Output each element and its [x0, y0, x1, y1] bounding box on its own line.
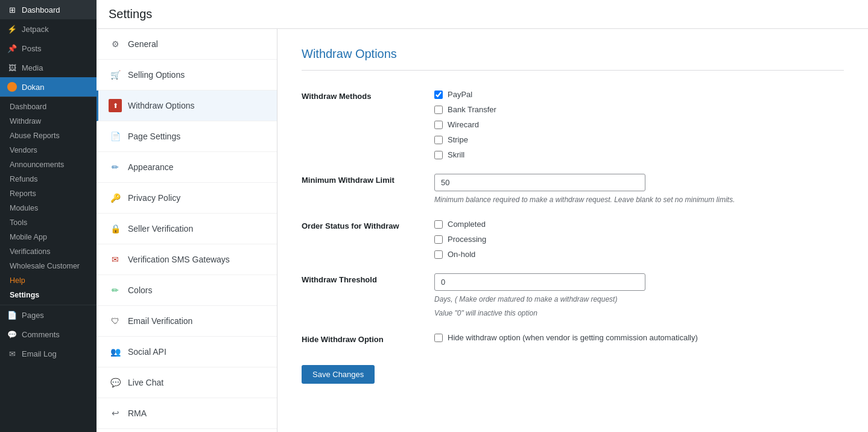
settings-nav: General 🛒 Selling Options ⬆ Withdraw Opt…	[97, 29, 277, 432]
page-header: Settings	[97, 0, 868, 29]
label-withdraw-threshold: Withdraw Threshold	[302, 266, 434, 326]
withdraw-threshold-desc1: Days, ( Make order matured to make a wit…	[434, 294, 844, 305]
comments-icon: 💬	[7, 329, 17, 339]
checkbox-processing-input[interactable]	[434, 235, 443, 244]
sidebar-item-dashboard[interactable]: ⊞ Dashboard	[0, 0, 97, 19]
dokan-icon	[7, 82, 17, 92]
sidebar-item-dokan[interactable]: Dokan	[0, 77, 97, 97]
pages-icon: 📄	[7, 310, 17, 320]
settings-nav-appearance[interactable]: ✏ Appearance	[97, 152, 277, 183]
withdraw-threshold-input[interactable]	[434, 273, 645, 291]
main-area: Settings General 🛒 Selling Options ⬆ Wit…	[97, 0, 868, 432]
content-area: General 🛒 Selling Options ⬆ Withdraw Opt…	[97, 29, 868, 432]
checkbox-wirecard-input[interactable]	[434, 121, 443, 129]
settings-nav-page-settings[interactable]: 📄 Page Settings	[97, 121, 277, 152]
sidebar-item-email-log[interactable]: ✉ Email Log	[0, 344, 97, 363]
cell-withdraw-methods: PayPal Bank Transfer Wirecard	[434, 83, 844, 167]
dashboard-icon: ⊞	[7, 5, 17, 14]
checkbox-paypal-input[interactable]	[434, 91, 443, 99]
checkbox-processing[interactable]: Processing	[434, 235, 844, 244]
checkbox-hide-withdraw[interactable]: Hide withdraw option (when vendor is get…	[434, 333, 844, 342]
settings-nav-selling-options[interactable]: 🛒 Selling Options	[97, 60, 277, 91]
sidebar-sub-announcements[interactable]: Announcements	[0, 157, 97, 172]
posts-icon: 📌	[7, 43, 17, 53]
sidebar-item-comments[interactable]: 💬 Comments	[0, 325, 97, 344]
cart-icon: 🛒	[109, 68, 122, 81]
chat-icon: 💬	[109, 376, 122, 389]
checkbox-bank-transfer-input[interactable]	[434, 106, 443, 114]
row-hide-withdraw: Hide Withdraw Option Hide withdraw optio…	[302, 326, 844, 353]
minimum-withdraw-input[interactable]	[434, 174, 645, 191]
sidebar-sub-dashboard[interactable]: Dashboard	[0, 100, 97, 114]
label-hide-withdraw: Hide Withdraw Option	[302, 326, 434, 353]
settings-nav-withdraw-options[interactable]: ⬆ Withdraw Options	[97, 91, 277, 121]
label-withdraw-methods: Withdraw Methods	[302, 83, 434, 167]
sidebar-item-posts[interactable]: 📌 Posts	[0, 39, 97, 58]
sidebar-sub-help[interactable]: Help	[0, 273, 97, 288]
withdraw-threshold-desc2: Value "0" will inactive this option	[434, 308, 844, 319]
sidebar-sub-modules[interactable]: Modules	[0, 201, 97, 215]
rma-icon: ↩	[109, 407, 122, 420]
page-title: Settings	[109, 7, 856, 21]
checkbox-hide-withdraw-input[interactable]	[434, 334, 443, 342]
sidebar-sub-abuse-reports[interactable]: Abuse Reports	[0, 129, 97, 143]
sidebar-sub-withdraw[interactable]: Withdraw	[0, 114, 97, 129]
sidebar-sub-settings[interactable]: Settings	[0, 288, 97, 302]
checkbox-wirecard[interactable]: Wirecard	[434, 120, 844, 129]
checkbox-skrill[interactable]: Skrill	[434, 150, 844, 159]
sidebar-sub-refunds[interactable]: Refunds	[0, 172, 97, 186]
settings-content: Withdraw Options Withdraw Methods PayPal	[277, 29, 868, 432]
social-icon: 👥	[109, 345, 122, 358]
cell-withdraw-threshold: Days, ( Make order matured to make a wit…	[434, 266, 844, 326]
settings-nav-general[interactable]: General	[97, 29, 277, 60]
gear-icon	[109, 37, 122, 51]
checkbox-stripe[interactable]: Stripe	[434, 135, 844, 144]
media-icon: 🖼	[7, 63, 17, 72]
settings-nav-privacy-policy[interactable]: 🔑 Privacy Policy	[97, 183, 277, 214]
withdraw-methods-group: PayPal Bank Transfer Wirecard	[434, 90, 844, 159]
settings-nav-seller-verification[interactable]: 🔒 Seller Verification	[97, 214, 277, 244]
cell-order-status: Completed Processing On-hold	[434, 212, 844, 266]
settings-nav-verification-sms[interactable]: ✉ Verification SMS Gateways	[97, 244, 277, 275]
checkbox-bank-transfer[interactable]: Bank Transfer	[434, 105, 844, 114]
sidebar-sub-verifications[interactable]: Verifications	[0, 244, 97, 259]
sidebar-item-pages[interactable]: 📄 Pages	[0, 305, 97, 325]
appearance-icon: ✏	[109, 160, 122, 174]
checkbox-on-hold-input[interactable]	[434, 250, 443, 259]
cell-min-withdraw: Minimum balance required to make a withd…	[434, 167, 844, 212]
sidebar-sub-reports[interactable]: Reports	[0, 186, 97, 201]
email-verify-icon: 🛡	[109, 314, 122, 328]
dokan-sub-menu: Dashboard Withdraw Abuse Reports Vendors…	[0, 97, 97, 305]
checkbox-completed-input[interactable]	[434, 220, 443, 229]
sidebar-sub-wholesale-customer[interactable]: Wholesale Customer	[0, 259, 97, 273]
sidebar-item-media[interactable]: 🖼 Media	[0, 58, 97, 77]
checkbox-paypal[interactable]: PayPal	[434, 90, 844, 99]
order-status-group: Completed Processing On-hold	[434, 220, 844, 259]
sidebar-sub-tools[interactable]: Tools	[0, 215, 97, 230]
settings-nav-live-chat[interactable]: 💬 Live Chat	[97, 367, 277, 398]
save-changes-button[interactable]: Save Changes	[302, 365, 375, 384]
settings-nav-social-api[interactable]: 👥 Social API	[97, 337, 277, 367]
jetpack-icon: ⚡	[7, 24, 17, 34]
shield-icon: 🔒	[109, 222, 122, 235]
privacy-icon: 🔑	[109, 191, 122, 205]
page-icon: 📄	[109, 130, 122, 143]
colors-icon: ✏	[109, 284, 122, 297]
settings-nav-rma[interactable]: ↩ RMA	[97, 398, 277, 429]
sidebar-item-jetpack[interactable]: ⚡ Jetpack	[0, 19, 97, 39]
settings-nav-colors[interactable]: ✏ Colors	[97, 275, 277, 306]
sidebar-sub-vendors[interactable]: Vendors	[0, 143, 97, 157]
withdraw-options-title: Withdraw Options	[302, 47, 844, 71]
checkbox-stripe-input[interactable]	[434, 136, 443, 144]
label-min-withdraw: Minimum Withdraw Limit	[302, 167, 434, 212]
checkbox-skrill-input[interactable]	[434, 151, 443, 159]
row-withdraw-methods: Withdraw Methods PayPal Bank Transfer	[302, 83, 844, 167]
checkbox-completed[interactable]: Completed	[434, 220, 844, 229]
sidebar-sub-mobile-app[interactable]: Mobile App	[0, 230, 97, 244]
cell-hide-withdraw: Hide withdraw option (when vendor is get…	[434, 326, 844, 353]
settings-nav-email-verification[interactable]: 🛡 Email Verification	[97, 306, 277, 337]
checkbox-on-hold[interactable]: On-hold	[434, 250, 844, 259]
row-min-withdraw: Minimum Withdraw Limit Minimum balance r…	[302, 167, 844, 212]
admin-sidebar: ⊞ Dashboard ⚡ Jetpack 📌 Posts 🖼 Media Do…	[0, 0, 97, 432]
min-withdraw-description: Minimum balance required to make a withd…	[434, 194, 844, 205]
